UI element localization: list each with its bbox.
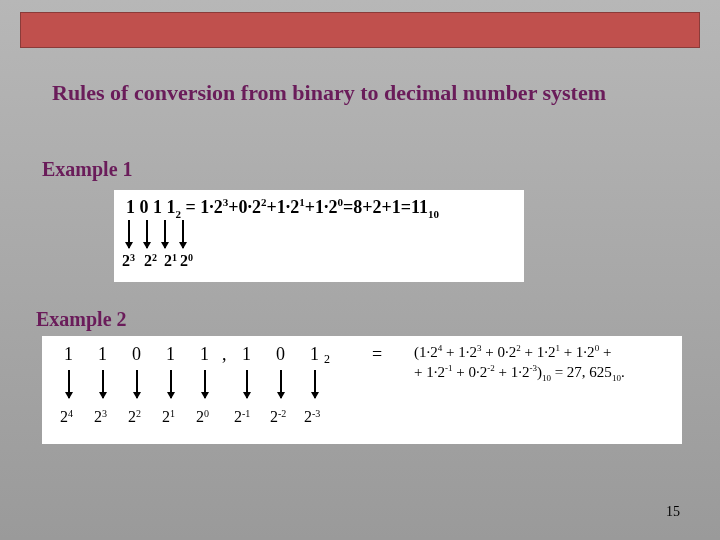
ex1-d1: 0 [140, 197, 149, 217]
ex1-w1: 22 [144, 252, 152, 270]
ex2-d0: 1 [64, 344, 73, 365]
ex2-f1: 0 [276, 344, 285, 365]
ex2-d4: 1 [200, 344, 209, 365]
ex1-w2: 21 [164, 252, 172, 270]
ex1-expansion-text: 1·23+0·22+1·21+1·20=8+2+1=11 [200, 197, 428, 217]
arrow-icon [146, 220, 148, 248]
arrow-icon [136, 370, 138, 398]
ex2-w1: 23 [94, 408, 102, 426]
arrow-icon [68, 370, 70, 398]
ex2-f2: 1 [310, 344, 319, 365]
ex2-base: 2 [324, 352, 330, 367]
example-1-equation: 1 0 1 12 = 1·23+0·22+1·21+1·20=8+2+1=111… [126, 196, 439, 220]
example-2-box: 1 1 0 1 1 , 1 0 1 2 = (1·24 + 1·23 + 0·2… [42, 336, 682, 444]
ex1-base: 2 [176, 208, 182, 220]
slide: Rules of conversion from binary to decim… [0, 0, 720, 540]
accent-bar [20, 12, 700, 48]
ex2-d3: 1 [166, 344, 175, 365]
ex2-w6: 2-2 [270, 408, 278, 426]
arrow-icon [280, 370, 282, 398]
ex2-w4: 20 [196, 408, 204, 426]
arrow-icon [246, 370, 248, 398]
example-2-equals: = [372, 344, 382, 365]
ex2-f0: 1 [242, 344, 251, 365]
ex1-result-base: 10 [428, 208, 439, 220]
ex1-w3: 20 [180, 252, 188, 270]
page-title: Rules of conversion from binary to decim… [52, 80, 690, 106]
arrow-icon [170, 370, 172, 398]
example-1-label: Example 1 [42, 158, 133, 181]
arrow-icon [102, 370, 104, 398]
arrow-icon [182, 220, 184, 248]
ex1-d3: 1 [167, 197, 176, 217]
ex2-w7: 2-3 [304, 408, 312, 426]
arrow-icon [204, 370, 206, 398]
ex2-sep: , [222, 344, 227, 365]
example-2-label: Example 2 [36, 308, 127, 331]
arrow-icon [128, 220, 130, 248]
arrow-icon [164, 220, 166, 248]
page-number: 15 [666, 504, 680, 520]
example-1-box: 1 0 1 12 = 1·23+0·22+1·21+1·20=8+2+1=111… [114, 190, 524, 282]
ex2-d1: 1 [98, 344, 107, 365]
ex1-d2: 1 [153, 197, 162, 217]
ex2-d2: 0 [132, 344, 141, 365]
ex2-w5: 2-1 [234, 408, 242, 426]
ex2-w0: 24 [60, 408, 68, 426]
ex1-d0: 1 [126, 197, 135, 217]
example-2-expansion: (1·24 + 1·23 + 0·22 + 1·21 + 1·20 + + 1·… [414, 342, 674, 384]
ex2-w2: 22 [128, 408, 136, 426]
ex1-w0: 23 [122, 252, 130, 270]
arrow-icon [314, 370, 316, 398]
ex2-w3: 21 [162, 408, 170, 426]
